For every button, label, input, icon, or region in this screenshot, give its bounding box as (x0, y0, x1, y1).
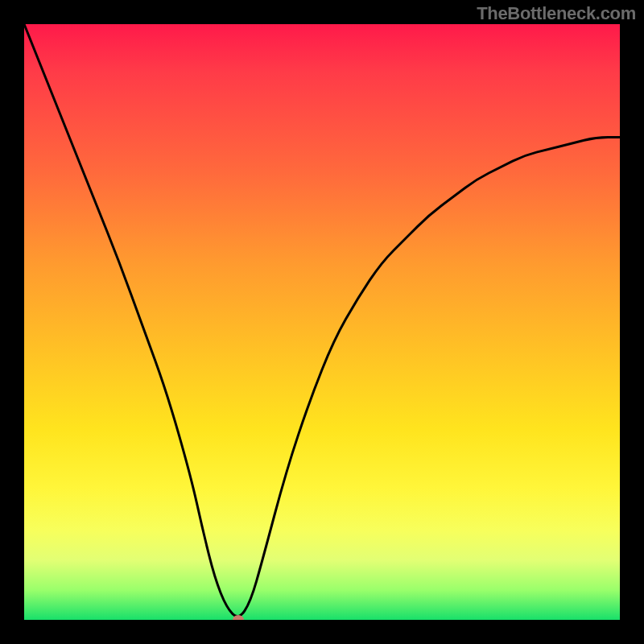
bottleneck-curve (24, 24, 620, 620)
watermark-text: TheBottleneck.com (477, 3, 636, 24)
plot-area (24, 24, 620, 620)
chart-frame: TheBottleneck.com (0, 0, 644, 644)
